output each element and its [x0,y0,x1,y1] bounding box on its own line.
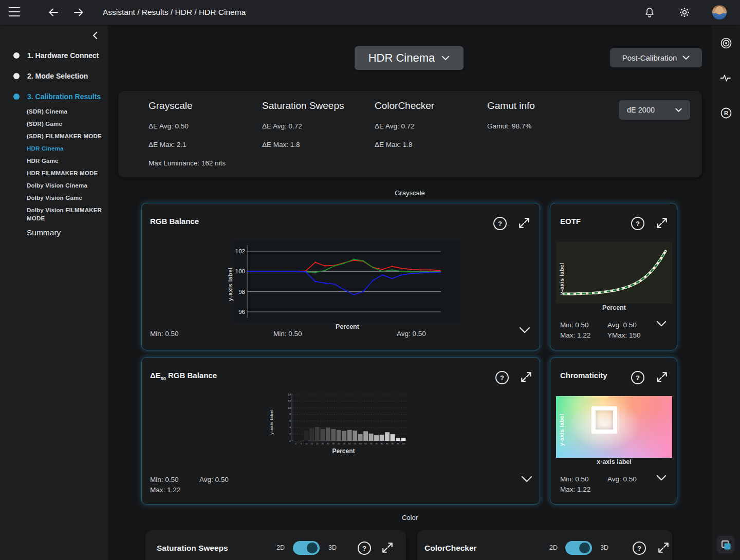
sidebar-item-dv-game[interactable]: Dolby Vision Game [0,192,108,204]
gamut-value: Gamut: 98.7% [487,121,535,131]
collapse-card-chevron-icon[interactable] [656,475,669,487]
eotf-chart [556,242,672,304]
target-bullseye-icon[interactable] [719,36,733,50]
r-badge-icon[interactable]: R [719,106,733,120]
sidebar-step-hardware-connect[interactable]: 1. Hardware Connect [0,49,108,62]
step-label: 1. Hardware Connect [27,51,99,60]
layers-windows-button[interactable] [717,536,734,553]
max-luminance-value: Max Luminance: 162 nits [149,158,226,168]
section-label-grayscale: Grayscale [108,189,712,197]
svg-text:6: 6 [289,419,291,422]
toggle-label-2d: 2D [276,544,285,551]
main-content: HDR Cinema Post-Calibration Grayscale ΔE… [108,25,712,560]
svg-text:25: 25 [321,442,324,445]
de-max-value: ΔE Max: 2.1 [149,140,226,150]
step-bullet [13,94,20,100]
toggle-knob [579,543,590,553]
notifications-bell-icon[interactable] [643,6,656,18]
summary-column-title: Grayscale [149,99,226,113]
2d-3d-toggle[interactable] [565,541,592,555]
stat-min-green: Min: 0.50 [273,329,302,339]
help-glyph: ? [362,545,366,552]
stat-avg: Avg: 0.50 [397,329,426,339]
help-icon[interactable]: ? [631,217,644,230]
stat-min: Min: 0.50 [150,475,179,484]
summary-saturation-column: Saturation Sweeps ΔE Avg: 0.72 ΔE Max: 1… [262,99,344,150]
step-bullet [13,52,20,59]
expand-icon[interactable] [656,371,668,383]
summary-column-title: Saturation Sweeps [262,99,344,113]
card-title: EOTF [560,217,581,226]
svg-text:35: 35 [332,442,335,445]
svg-text:80: 80 [381,442,383,445]
help-icon[interactable]: ? [493,217,507,230]
sidebar-item-hdr-game[interactable]: HDR Game [0,155,108,167]
sidebar-item-sdr-game[interactable]: (SDR) Game [0,118,108,130]
de00-rgb-balance-card: ΔE00 RGB Balance ? y-axis label 02468101… [141,357,540,505]
help-icon[interactable]: ? [633,542,646,555]
summary-colorchecker-column: ColorChecker ΔE Avg: 0.72 ΔE Max: 1.8 [375,99,434,150]
step-label: 2. Mode Selection [27,72,88,80]
chromaticity-target-square [591,406,617,434]
help-icon[interactable]: ? [495,371,509,384]
de-avg-value: ΔE Avg: 0.72 [375,121,434,131]
collapse-sidebar-icon[interactable] [89,29,102,42]
sidebar-step-mode-selection[interactable]: 2. Mode Selection [0,70,108,82]
calibration-results-list: (SDR) Cinema (SDR) Game (SDR) FILMMAKER … [0,105,108,225]
chevron-down-icon [682,55,690,60]
calibration-state-dropdown[interactable]: Post-Calibration [610,48,702,67]
stat-min-red: Min: 0.50 [150,329,179,339]
toggle-label-3d: 3D [328,544,337,551]
expand-icon[interactable] [656,217,668,229]
help-icon[interactable]: ? [358,542,371,555]
menu-icon[interactable] [9,7,20,17]
expand-icon[interactable] [520,371,532,383]
expand-icon[interactable] [381,542,394,554]
sidebar-item-dv-cinema[interactable]: Dolby Vision Cinema [0,179,108,192]
de-formula-dropdown[interactable]: dE 2000 [619,100,690,120]
sidebar-item-sdr-cinema[interactable]: (SDR) Cinema [0,105,108,118]
summary-column-title: Gamut info [487,99,535,113]
stat-avg: Avg: 0.50 [607,475,637,484]
svg-text:55: 55 [354,442,356,445]
sidebar-step-calibration-results[interactable]: 3. Calibration Results [0,90,108,103]
stat-max: Max: 1.22 [150,486,180,495]
de-avg-value: ΔE Avg: 0.50 [149,121,226,131]
card-title: Saturation Sweeps [157,544,228,553]
sidebar-item-hdr-filmmaker[interactable]: HDR FILMMAKER MODE [0,167,108,179]
eotf-chart-y-axis-label: y-axis label [559,263,565,295]
svg-text:15: 15 [311,442,313,445]
mode-dropdown[interactable]: HDR Cinema [355,46,464,70]
svg-text:12: 12 [288,400,291,403]
sidebar-item-hdr-cinema[interactable]: HDR Cinema [0,142,108,155]
section-label-color: Color [108,514,712,521]
settings-gear-icon[interactable] [678,6,691,18]
help-glyph: ? [636,220,640,228]
sidebar-item-summary[interactable]: Summary [27,228,61,237]
help-glyph: ? [637,545,641,552]
collapse-card-chevron-icon[interactable] [521,476,533,488]
waveform-signal-icon[interactable] [719,71,733,85]
user-avatar[interactable] [712,5,727,20]
2d-3d-toggle[interactable] [293,541,320,555]
stat-max: Max: 1.22 [560,485,590,494]
top-bar: Assistant / Results / HDR / HDR Cinema [0,0,740,25]
saturation-sweeps-card: Saturation Sweeps 2D 3D ? [145,530,406,560]
colorchecker-card: ColorChecker 2D 3D ? [417,530,672,560]
collapse-card-chevron-icon[interactable] [656,321,669,333]
step-label: 3. Calibration Results [27,92,101,101]
back-arrow-icon[interactable] [47,6,60,18]
sidebar-item-dv-filmmaker[interactable]: Dolby Vision FILMMAKER MODE [0,204,108,225]
stat-ymax: YMax: 150 [607,331,641,340]
breadcrumb: Assistant / Results / HDR / HDR Cinema [103,0,246,25]
expand-icon[interactable] [518,217,530,229]
collapse-card-chevron-icon[interactable] [519,327,531,339]
help-glyph: ? [636,374,640,382]
svg-text:85: 85 [386,442,388,445]
card-title: ColorChecker [424,544,477,553]
expand-icon[interactable] [657,542,670,554]
help-icon[interactable]: ? [631,371,644,384]
forward-arrow-icon[interactable] [72,6,85,18]
summary-column-title: ColorChecker [375,99,434,113]
sidebar-item-sdr-filmmaker[interactable]: (SDR) FILMMAKER MODE [0,130,108,142]
